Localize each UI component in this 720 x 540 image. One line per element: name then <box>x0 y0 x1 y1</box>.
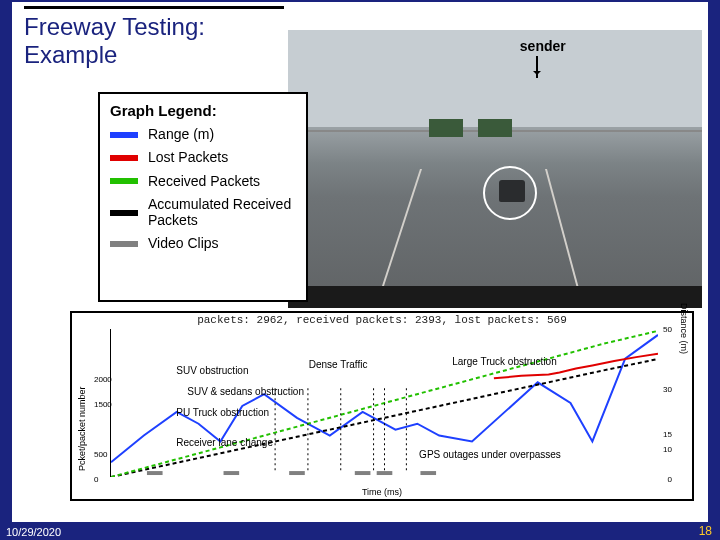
legend-label: Accumulated Received Packets <box>148 197 296 228</box>
legend-item: Accumulated Received Packets <box>110 197 296 228</box>
chart-annotation: Dense Traffic <box>309 359 368 370</box>
legend-item: Range (m) <box>110 127 296 142</box>
sender-label: sender <box>520 38 566 54</box>
chart-annotation: SUV & sedans obstruction <box>187 386 304 397</box>
y2-tick: 0 <box>668 475 672 484</box>
legend-swatch <box>110 241 138 247</box>
chart-plot <box>110 329 658 477</box>
highway-sign <box>478 119 512 137</box>
chart-annotation: GPS outages under overpasses <box>419 449 561 460</box>
legend-swatch <box>110 155 138 161</box>
chart-annotation: PU Truck obstruction <box>176 407 269 418</box>
legend-swatch <box>110 210 138 216</box>
y-tick: 2000 <box>94 375 112 384</box>
legend-label: Received Packets <box>148 174 260 189</box>
legend-label: Range (m) <box>148 127 214 142</box>
legend-swatch <box>110 178 138 184</box>
chart-title: packets: 2962, received packets: 2393, l… <box>72 313 692 327</box>
sender-arrow <box>536 56 538 78</box>
legend-swatch <box>110 132 138 138</box>
svg-rect-0 <box>147 471 163 475</box>
y-axis-label: Pcket/packet number <box>77 387 87 472</box>
chart-annotation: Receiver lane change <box>176 437 273 448</box>
freeway-photo: sender <box>288 30 702 308</box>
y2-tick: 10 <box>663 445 672 454</box>
y2-axis-label: Distance (m) <box>679 303 689 354</box>
content-area: Freeway Testing: Example Graph Legend: R… <box>12 2 708 522</box>
y2-tick: 30 <box>663 385 672 394</box>
legend-box: Graph Legend: Range (m)Lost PacketsRecei… <box>98 92 308 302</box>
highway-sign <box>429 119 463 137</box>
svg-rect-1 <box>224 471 240 475</box>
legend-item: Video Clips <box>110 236 296 251</box>
y-tick: 0 <box>94 475 98 484</box>
sender-highlight-circle <box>483 166 537 220</box>
legend-item: Lost Packets <box>110 150 296 165</box>
legend-item: Received Packets <box>110 174 296 189</box>
x-axis-label: Time (ms) <box>362 487 402 497</box>
y-tick: 500 <box>94 450 107 459</box>
dashboard <box>288 286 702 308</box>
title-block: Freeway Testing: Example <box>24 6 284 68</box>
chart-box: packets: 2962, received packets: 2393, l… <box>70 311 694 501</box>
y2-tick: 50 <box>663 325 672 334</box>
legend-title: Graph Legend: <box>110 102 296 119</box>
legend-label: Video Clips <box>148 236 219 251</box>
slide: Freeway Testing: Example Graph Legend: R… <box>0 0 720 540</box>
footer-date: 10/29/2020 <box>6 526 61 538</box>
y2-tick: 15 <box>663 430 672 439</box>
page-title: Freeway Testing: Example <box>24 13 284 68</box>
chart-annotation: SUV obstruction <box>176 365 248 376</box>
svg-rect-5 <box>420 471 436 475</box>
svg-rect-4 <box>377 471 393 475</box>
svg-rect-2 <box>289 471 305 475</box>
y-tick: 1500 <box>94 400 112 409</box>
svg-rect-3 <box>355 471 371 475</box>
chart-annotation: Large Truck obstruction <box>452 356 557 367</box>
footer-page-number: 18 <box>699 524 712 538</box>
legend-label: Lost Packets <box>148 150 228 165</box>
